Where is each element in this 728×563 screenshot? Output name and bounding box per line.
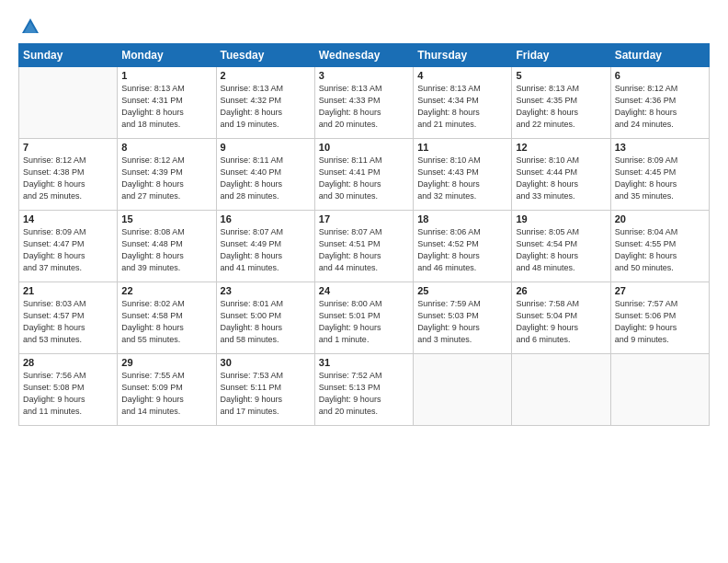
calendar-cell: 10Sunrise: 8:11 AM Sunset: 4:41 PM Dayli… [314,139,413,211]
day-number: 4 [417,70,507,81]
calendar-cell: 8Sunrise: 8:12 AM Sunset: 4:39 PM Daylig… [118,139,216,211]
calendar-cell: 5Sunrise: 8:13 AM Sunset: 4:35 PM Daylig… [512,67,610,139]
day-info: Sunrise: 8:07 AM Sunset: 4:51 PM Dayligh… [319,226,409,274]
calendar-table: SundayMondayTuesdayWednesdayThursdayFrid… [18,43,710,426]
day-number: 29 [121,357,211,368]
calendar-cell: 4Sunrise: 8:13 AM Sunset: 4:34 PM Daylig… [414,67,512,139]
day-info: Sunrise: 8:05 AM Sunset: 4:54 PM Dayligh… [516,226,606,274]
day-info: Sunrise: 8:02 AM Sunset: 4:58 PM Dayligh… [121,298,211,346]
logo-icon [20,17,40,37]
day-number: 20 [615,213,705,224]
calendar-cell: 31Sunrise: 7:52 AM Sunset: 5:13 PM Dayli… [314,354,413,426]
calendar-cell: 20Sunrise: 8:04 AM Sunset: 4:55 PM Dayli… [610,211,709,282]
calendar-cell: 21Sunrise: 8:03 AM Sunset: 4:57 PM Dayli… [19,282,118,354]
weekday-header-thursday: Thursday [414,44,512,67]
calendar-cell: 1Sunrise: 8:13 AM Sunset: 4:31 PM Daylig… [118,67,216,139]
calendar-cell: 26Sunrise: 7:58 AM Sunset: 5:04 PM Dayli… [512,282,610,354]
day-number: 30 [221,357,311,368]
day-info: Sunrise: 8:03 AM Sunset: 4:57 PM Dayligh… [23,298,113,346]
day-number: 21 [23,285,113,296]
day-number: 26 [516,285,606,296]
day-number: 17 [319,213,409,224]
day-number: 24 [319,285,409,296]
day-info: Sunrise: 8:07 AM Sunset: 4:49 PM Dayligh… [221,226,311,274]
calendar-cell: 29Sunrise: 7:55 AM Sunset: 5:09 PM Dayli… [118,354,216,426]
day-info: Sunrise: 8:01 AM Sunset: 5:00 PM Dayligh… [221,298,311,346]
day-info: Sunrise: 8:04 AM Sunset: 4:55 PM Dayligh… [615,226,705,274]
day-info: Sunrise: 7:57 AM Sunset: 5:06 PM Dayligh… [615,298,705,346]
calendar-cell: 12Sunrise: 8:10 AM Sunset: 4:44 PM Dayli… [512,139,610,211]
day-info: Sunrise: 8:12 AM Sunset: 4:36 PM Dayligh… [615,83,705,131]
day-info: Sunrise: 8:12 AM Sunset: 4:39 PM Dayligh… [121,155,211,202]
day-info: Sunrise: 7:52 AM Sunset: 5:13 PM Dayligh… [319,370,409,418]
calendar-cell: 7Sunrise: 8:12 AM Sunset: 4:38 PM Daylig… [19,139,118,211]
day-info: Sunrise: 7:58 AM Sunset: 5:04 PM Dayligh… [516,298,606,346]
day-info: Sunrise: 7:53 AM Sunset: 5:11 PM Dayligh… [221,370,311,418]
day-info: Sunrise: 8:06 AM Sunset: 4:52 PM Dayligh… [417,226,507,274]
day-number: 5 [516,70,606,81]
day-number: 9 [221,142,311,153]
calendar-cell: 13Sunrise: 8:09 AM Sunset: 4:45 PM Dayli… [610,139,709,211]
calendar-week-row: 14Sunrise: 8:09 AM Sunset: 4:47 PM Dayli… [19,211,710,282]
day-info: Sunrise: 8:13 AM Sunset: 4:35 PM Dayligh… [516,83,606,131]
weekday-header-friday: Friday [512,44,610,67]
calendar-week-row: 1Sunrise: 8:13 AM Sunset: 4:31 PM Daylig… [19,67,710,139]
calendar-week-row: 21Sunrise: 8:03 AM Sunset: 4:57 PM Dayli… [19,282,710,354]
day-number: 14 [23,213,113,224]
logo [18,17,40,34]
calendar-cell: 18Sunrise: 8:06 AM Sunset: 4:52 PM Dayli… [414,211,512,282]
weekday-header-row: SundayMondayTuesdayWednesdayThursdayFrid… [19,44,710,67]
weekday-header-monday: Monday [118,44,216,67]
day-number: 2 [221,70,311,81]
calendar-cell: 24Sunrise: 8:00 AM Sunset: 5:01 PM Dayli… [314,282,413,354]
day-number: 7 [23,142,113,153]
day-number: 16 [221,213,311,224]
calendar-cell: 22Sunrise: 8:02 AM Sunset: 4:58 PM Dayli… [118,282,216,354]
day-number: 28 [23,357,113,368]
calendar-cell: 17Sunrise: 8:07 AM Sunset: 4:51 PM Dayli… [314,211,413,282]
day-info: Sunrise: 7:55 AM Sunset: 5:09 PM Dayligh… [121,370,211,418]
header [18,17,710,34]
calendar-cell: 14Sunrise: 8:09 AM Sunset: 4:47 PM Dayli… [19,211,118,282]
calendar-cell [19,67,118,139]
calendar-cell: 19Sunrise: 8:05 AM Sunset: 4:54 PM Dayli… [512,211,610,282]
day-number: 22 [121,285,211,296]
day-info: Sunrise: 8:13 AM Sunset: 4:34 PM Dayligh… [417,83,507,131]
calendar-week-row: 7Sunrise: 8:12 AM Sunset: 4:38 PM Daylig… [19,139,710,211]
day-number: 11 [417,142,507,153]
weekday-header-tuesday: Tuesday [216,44,314,67]
calendar-cell: 28Sunrise: 7:56 AM Sunset: 5:08 PM Dayli… [19,354,118,426]
day-info: Sunrise: 8:11 AM Sunset: 4:41 PM Dayligh… [319,155,409,202]
calendar-week-row: 28Sunrise: 7:56 AM Sunset: 5:08 PM Dayli… [19,354,710,426]
calendar-cell: 25Sunrise: 7:59 AM Sunset: 5:03 PM Dayli… [414,282,512,354]
day-number: 12 [516,142,606,153]
day-info: Sunrise: 8:13 AM Sunset: 4:31 PM Dayligh… [121,83,211,131]
day-info: Sunrise: 8:09 AM Sunset: 4:45 PM Dayligh… [615,155,705,202]
day-number: 18 [417,213,507,224]
day-number: 31 [319,357,409,368]
calendar-cell [414,354,512,426]
day-number: 25 [417,285,507,296]
calendar-cell: 15Sunrise: 8:08 AM Sunset: 4:48 PM Dayli… [118,211,216,282]
calendar-cell: 2Sunrise: 8:13 AM Sunset: 4:32 PM Daylig… [216,67,314,139]
calendar-cell: 9Sunrise: 8:11 AM Sunset: 4:40 PM Daylig… [216,139,314,211]
day-number: 3 [319,70,409,81]
calendar-cell: 30Sunrise: 7:53 AM Sunset: 5:11 PM Dayli… [216,354,314,426]
day-number: 8 [121,142,211,153]
day-info: Sunrise: 8:13 AM Sunset: 4:32 PM Dayligh… [221,83,311,131]
day-info: Sunrise: 8:11 AM Sunset: 4:40 PM Dayligh… [221,155,311,202]
calendar-cell: 23Sunrise: 8:01 AM Sunset: 5:00 PM Dayli… [216,282,314,354]
day-info: Sunrise: 8:12 AM Sunset: 4:38 PM Dayligh… [23,155,113,202]
day-info: Sunrise: 8:10 AM Sunset: 4:43 PM Dayligh… [417,155,507,202]
calendar-cell [610,354,709,426]
day-info: Sunrise: 7:56 AM Sunset: 5:08 PM Dayligh… [23,370,113,418]
day-info: Sunrise: 8:10 AM Sunset: 4:44 PM Dayligh… [516,155,606,202]
day-number: 23 [221,285,311,296]
calendar-cell: 27Sunrise: 7:57 AM Sunset: 5:06 PM Dayli… [610,282,709,354]
calendar-cell: 6Sunrise: 8:12 AM Sunset: 4:36 PM Daylig… [610,67,709,139]
day-info: Sunrise: 8:09 AM Sunset: 4:47 PM Dayligh… [23,226,113,274]
weekday-header-wednesday: Wednesday [314,44,413,67]
weekday-header-saturday: Saturday [610,44,709,67]
calendar-cell: 16Sunrise: 8:07 AM Sunset: 4:49 PM Dayli… [216,211,314,282]
day-number: 15 [121,213,211,224]
